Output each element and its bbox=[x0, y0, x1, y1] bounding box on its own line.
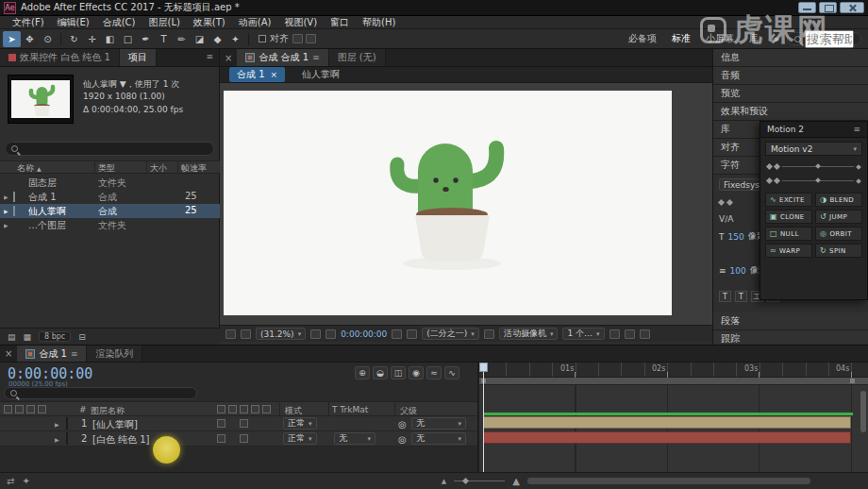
hand-tool-icon[interactable]: ✥ bbox=[21, 31, 39, 47]
snap-option-icon[interactable] bbox=[292, 34, 303, 43]
timeline-zoom-slider[interactable] bbox=[454, 481, 505, 481]
current-time-indicator-line[interactable] bbox=[483, 363, 484, 473]
current-time-indicator-handle[interactable] bbox=[479, 363, 488, 372]
menu-item-file[interactable]: 文件(F) bbox=[6, 16, 51, 29]
clone-button[interactable]: ▣CLONE bbox=[765, 210, 812, 224]
snap-checkbox[interactable] bbox=[259, 35, 266, 42]
expand-icon[interactable]: ▶ bbox=[4, 208, 8, 214]
pickwhip-icon[interactable]: ◎ bbox=[398, 419, 407, 430]
font-size-value[interactable]: 150 bbox=[728, 232, 744, 242]
viewer-tab-cactus[interactable]: 仙人掌啊 bbox=[294, 67, 347, 82]
toggle-switches-modes-icon[interactable]: ⇄ bbox=[7, 476, 14, 486]
faux-italic-button[interactable]: T bbox=[735, 291, 747, 302]
pen-tool-icon[interactable]: ✒ bbox=[137, 31, 155, 47]
type-tool-icon[interactable]: T bbox=[155, 31, 173, 47]
composition-canvas[interactable] bbox=[224, 91, 672, 315]
show-channels-icon[interactable] bbox=[407, 329, 417, 339]
layer-switch-icon[interactable] bbox=[240, 434, 248, 443]
slider-track[interactable] bbox=[782, 166, 854, 167]
layer-switch-icon[interactable] bbox=[217, 419, 225, 428]
zoom-in-mountain-icon[interactable]: ▲ bbox=[512, 476, 520, 486]
zoom-dropdown[interactable]: (31.2%)▾ bbox=[256, 328, 306, 340]
delete-icon[interactable]: ⊟ bbox=[78, 332, 86, 342]
orbit-button[interactable]: ◎ORBIT bbox=[815, 227, 862, 241]
project-color-depth[interactable]: 8 bpc bbox=[39, 331, 71, 342]
layer-switch-icon[interactable] bbox=[217, 434, 225, 443]
timeline-search-box[interactable] bbox=[4, 387, 197, 399]
current-time-display[interactable]: 0:00:00:00 bbox=[341, 329, 387, 339]
font-size-row[interactable]: T 150 像素 bbox=[719, 230, 765, 243]
parent-dropdown[interactable]: 无▾ bbox=[411, 417, 466, 430]
expand-icon[interactable]: ▶ bbox=[4, 194, 8, 200]
workspace-small-screen[interactable]: 小屏幕 bbox=[698, 32, 742, 45]
menu-item-effect[interactable]: 效果(T) bbox=[187, 16, 232, 29]
layer-1-duration-bar[interactable] bbox=[483, 416, 851, 429]
kerning-row[interactable]: V∕A bbox=[719, 214, 733, 224]
close-panel-icon[interactable]: × bbox=[220, 49, 237, 66]
excite-button[interactable]: ∿EXCITE bbox=[765, 193, 812, 207]
leading-value[interactable]: 100 bbox=[730, 266, 746, 276]
project-row-cactus-selected[interactable]: ▶ 仙人掌啊 合成 25 bbox=[0, 204, 220, 218]
slider-handle-icon[interactable] bbox=[816, 177, 822, 183]
column-type[interactable]: 类型 bbox=[98, 162, 115, 175]
maximize-button[interactable] bbox=[819, 2, 837, 13]
anchor-slider-row[interactable] bbox=[760, 160, 867, 174]
zoom-out-mountain-icon[interactable]: ▲ bbox=[442, 478, 446, 485]
pan-behind-tool-icon[interactable]: ◧ bbox=[101, 31, 119, 47]
tab-timeline-comp1[interactable]: 合成 1 ≡ bbox=[17, 346, 87, 362]
search-help-input[interactable] bbox=[805, 30, 854, 48]
region-of-interest-icon[interactable] bbox=[484, 329, 494, 339]
label-color-swatch[interactable] bbox=[66, 433, 68, 444]
panel-tab-preview[interactable]: 预览 bbox=[713, 85, 868, 103]
falloff-slider-row[interactable] bbox=[760, 174, 867, 188]
puppet-tool-icon[interactable]: ✦ bbox=[226, 31, 244, 47]
panel-tab-effects-presets[interactable]: 效果和预设 bbox=[713, 103, 868, 121]
view-layout-dropdown[interactable]: 1 个…▾ bbox=[562, 328, 604, 340]
column-fps[interactable]: 帧速率 bbox=[181, 162, 207, 175]
trkmat-dropdown[interactable]: 无▾ bbox=[334, 432, 376, 445]
panel-tab-audio[interactable]: 音频 bbox=[713, 67, 868, 85]
clone-stamp-tool-icon[interactable]: ◪ bbox=[191, 31, 209, 47]
grid-guides-icon[interactable] bbox=[310, 329, 321, 339]
workspace-essentials[interactable]: 必备项 bbox=[621, 32, 664, 45]
viewer-tab-comp1[interactable]: 合成 1 × bbox=[229, 67, 285, 82]
close-button[interactable] bbox=[840, 2, 864, 13]
magnification-icon[interactable] bbox=[241, 329, 251, 339]
layer-name[interactable]: [仙人掌啊] bbox=[92, 418, 138, 431]
label-color-swatch[interactable] bbox=[66, 418, 68, 429]
camera-tool-icon[interactable]: ✛ bbox=[83, 31, 101, 47]
flowchart-icon[interactable]: ✦ bbox=[22, 476, 29, 486]
snapshot-icon[interactable] bbox=[392, 329, 402, 339]
layer-row-2[interactable]: ▶ 2 [白色 纯色 1] 正常▾ 无▾ ◎ 无▾ bbox=[0, 431, 479, 447]
zoom-slider-handle[interactable] bbox=[462, 478, 469, 484]
menu-item-window[interactable]: 窗口 bbox=[324, 16, 356, 29]
motion-blur-icon[interactable]: ≈ bbox=[426, 366, 442, 379]
project-row-solids[interactable]: 固态层 文件夹 bbox=[0, 176, 220, 190]
shape-tool-icon[interactable]: □ bbox=[119, 31, 137, 47]
tab-composition[interactable]: 合成 合成 1 ≡ bbox=[237, 49, 328, 66]
draft-3d-icon[interactable]: ◒ bbox=[373, 366, 388, 379]
menu-item-view[interactable]: 视图(V) bbox=[277, 16, 324, 29]
jump-button[interactable]: ↺JUMP bbox=[815, 210, 862, 224]
slider-handle-icon[interactable] bbox=[816, 163, 822, 169]
motion2-header[interactable]: Motion 2 ≡ bbox=[760, 122, 867, 138]
selection-tool-icon[interactable]: ➤ bbox=[3, 31, 21, 47]
blend-mode-dropdown[interactable]: 正常▾ bbox=[283, 417, 317, 430]
resolution-dropdown[interactable]: (二分之一)▾ bbox=[422, 328, 479, 340]
tab-render-queue[interactable]: 渲染队列 bbox=[87, 346, 142, 362]
blend-mode-dropdown[interactable]: 正常▾ bbox=[283, 432, 317, 445]
panel-menu-icon[interactable]: ≡ bbox=[853, 125, 860, 134]
graph-editor-icon[interactable]: ∿ bbox=[444, 366, 459, 379]
panel-menu-icon[interactable]: ≡ bbox=[71, 349, 78, 359]
expand-icon[interactable]: ▶ bbox=[55, 436, 59, 443]
fast-previews-icon[interactable] bbox=[625, 329, 635, 339]
panel-tab-tracker[interactable]: 跟踪 bbox=[713, 330, 868, 345]
column-size[interactable]: 大小 bbox=[150, 162, 167, 175]
layer-2-duration-bar[interactable] bbox=[483, 431, 851, 444]
panel-tab-info[interactable]: 信息 bbox=[713, 49, 868, 67]
camera-dropdown[interactable]: 活动摄像机▾ bbox=[499, 328, 559, 340]
expand-icon[interactable]: ▶ bbox=[4, 222, 8, 228]
timeline-vertical-scrollbar[interactable] bbox=[860, 391, 866, 432]
workspace-standard[interactable]: 标准 bbox=[664, 32, 698, 45]
layer-switch-icon[interactable] bbox=[240, 419, 248, 428]
